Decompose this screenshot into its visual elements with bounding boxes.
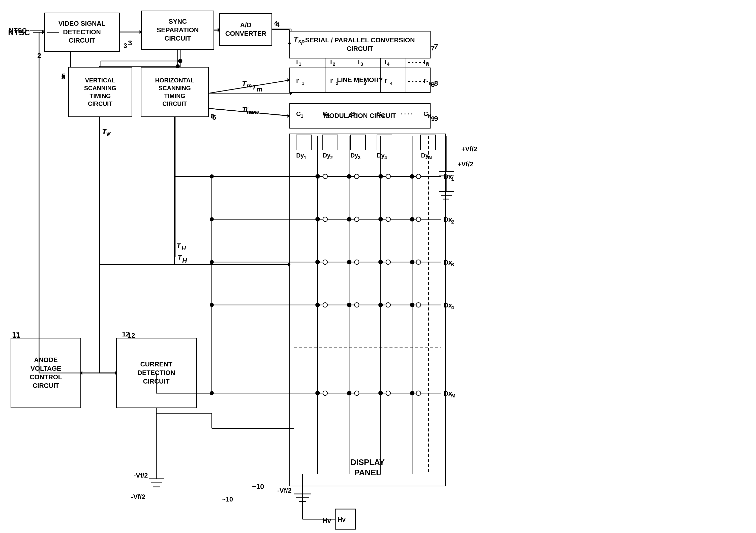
svg-point-207 — [416, 391, 421, 395]
svg-text:I': I' — [358, 78, 361, 84]
svg-point-201 — [347, 391, 351, 395]
svg-text:Dx: Dx — [444, 389, 452, 397]
svg-point-157 — [378, 174, 383, 179]
svg-text:6: 6 — [212, 113, 216, 121]
svg-point-190 — [378, 303, 383, 307]
svg-text:T: T — [242, 79, 247, 87]
svg-text:N: N — [429, 81, 432, 86]
svg-text:I: I — [296, 59, 298, 65]
svg-marker-50 — [140, 30, 142, 34]
svg-text:Dx: Dx — [444, 173, 452, 180]
svg-point-172 — [386, 217, 391, 222]
svg-point-178 — [347, 260, 351, 264]
svg-text:2: 2 — [330, 155, 333, 160]
svg-text:4: 4 — [387, 62, 390, 67]
svg-text:7: 7 — [434, 43, 438, 51]
svg-point-193 — [354, 303, 359, 307]
svg-point-232 — [210, 303, 214, 307]
svg-text:4: 4 — [390, 81, 392, 86]
svg-text:G: G — [350, 110, 355, 117]
svg-text:2: 2 — [327, 114, 330, 119]
svg-point-230 — [210, 217, 214, 221]
svg-text:12: 12 — [122, 330, 130, 338]
circuit-wires: NTSC 3 4 T sp 7 8 9 I 1 I 2 — [0, 0, 756, 533]
svg-text:I: I — [330, 59, 332, 65]
svg-text:Dy: Dy — [421, 152, 429, 159]
svg-point-161 — [386, 174, 391, 179]
svg-text:1: 1 — [302, 81, 304, 86]
svg-text:Dy: Dy — [296, 152, 304, 159]
svg-point-173 — [416, 217, 421, 222]
svg-text:sp: sp — [298, 38, 305, 44]
svg-text:1: 1 — [304, 155, 306, 160]
svg-text:M: M — [451, 393, 455, 398]
circuit-diagram: NTSC 3 4 T sp 7 8 9 5 — [0, 0, 756, 533]
svg-text:T: T — [103, 127, 108, 135]
svg-marker-146 — [288, 115, 289, 118]
svg-text:T: T — [176, 242, 181, 250]
svg-text:11: 11 — [12, 330, 20, 338]
svg-text:I: I — [423, 59, 425, 65]
svg-text:I: I — [358, 59, 360, 65]
svg-point-170 — [323, 217, 327, 222]
svg-point-183 — [386, 260, 391, 264]
svg-text:NTSC: NTSC — [8, 28, 30, 37]
svg-text:T: T — [294, 35, 299, 43]
svg-point-155 — [315, 174, 320, 179]
svg-point-169 — [410, 217, 415, 222]
svg-text:Dy: Dy — [350, 152, 358, 159]
svg-point-194 — [386, 303, 391, 307]
svg-text:I': I' — [423, 78, 426, 84]
svg-text:G: G — [423, 110, 428, 117]
svg-point-177 — [315, 260, 320, 264]
svg-text:T: T — [242, 106, 247, 114]
svg-rect-114 — [296, 135, 311, 150]
svg-point-189 — [347, 303, 351, 307]
svg-rect-116 — [350, 135, 365, 150]
svg-text:I': I' — [296, 78, 299, 84]
svg-text:4: 4 — [385, 155, 387, 160]
svg-text:H: H — [181, 245, 186, 252]
svg-text:2: 2 — [451, 219, 454, 225]
svg-marker-48 — [42, 31, 44, 34]
svg-point-231 — [210, 260, 214, 264]
svg-text:+Vf/2: +Vf/2 — [458, 160, 473, 168]
svg-point-195 — [416, 303, 421, 307]
svg-point-192 — [323, 303, 327, 307]
svg-text:5: 5 — [61, 73, 65, 81]
svg-text:G: G — [323, 110, 327, 117]
svg-text:G: G — [377, 110, 382, 117]
svg-point-166 — [315, 217, 320, 222]
svg-text:Hv: Hv — [338, 516, 346, 523]
svg-text:I': I' — [385, 78, 388, 84]
svg-point-160 — [354, 174, 359, 179]
svg-point-171 — [354, 217, 359, 222]
svg-point-156 — [347, 174, 351, 179]
svg-text:2: 2 — [336, 81, 338, 86]
svg-text:-Vf/2: -Vf/2 — [277, 487, 291, 494]
svg-text:Dx: Dx — [444, 258, 452, 266]
svg-marker-53 — [218, 28, 220, 32]
svg-text:Dx: Dx — [444, 302, 452, 309]
svg-text:2: 2 — [333, 62, 335, 67]
svg-point-188 — [315, 303, 320, 307]
svg-text:·  ·  ·  ·: · · · · — [401, 110, 413, 117]
svg-point-184 — [416, 260, 421, 264]
svg-text:1: 1 — [301, 114, 303, 119]
svg-text:I: I — [385, 59, 386, 65]
svg-point-181 — [323, 260, 327, 264]
svg-point-167 — [347, 217, 351, 222]
svg-text:4: 4 — [451, 305, 454, 310]
svg-point-203 — [410, 391, 415, 395]
svg-text:4: 4 — [381, 114, 384, 119]
svg-marker-142 — [288, 78, 289, 82]
svg-point-205 — [354, 391, 359, 395]
svg-point-200 — [315, 391, 320, 395]
svg-marker-57 — [288, 43, 291, 45]
svg-text:N: N — [426, 62, 429, 67]
svg-rect-115 — [323, 135, 338, 150]
svg-point-204 — [323, 391, 327, 395]
svg-text:N: N — [429, 155, 432, 160]
svg-text:9: 9 — [434, 115, 438, 122]
svg-text:3: 3 — [451, 262, 454, 267]
